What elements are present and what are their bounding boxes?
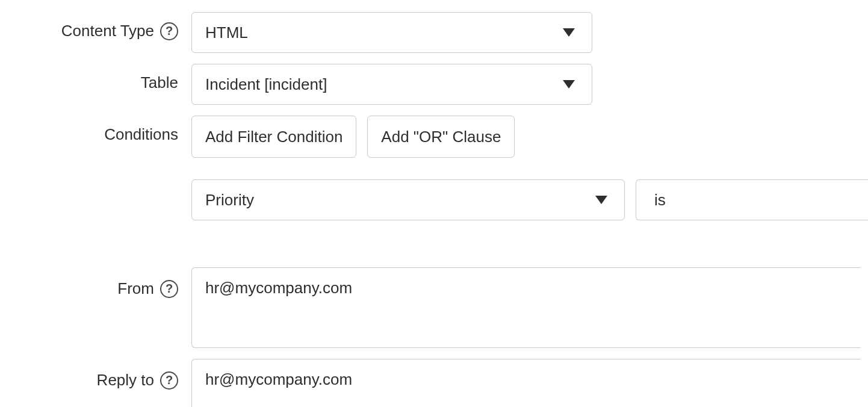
help-icon[interactable]: ?	[160, 22, 178, 40]
chevron-down-icon	[563, 28, 575, 37]
conditions-control: Add Filter Condition Add "OR" Clause Pri…	[191, 116, 868, 220]
condition-line: Priority is	[191, 179, 868, 220]
content-type-select[interactable]: HTML	[191, 12, 592, 53]
help-icon[interactable]: ?	[160, 371, 178, 390]
condition-field-select[interactable]: Priority	[191, 179, 625, 220]
from-label-col: From ?	[0, 267, 191, 298]
add-or-clause-button[interactable]: Add "OR" Clause	[367, 116, 515, 158]
content-type-control: HTML	[191, 12, 868, 53]
reply-to-label: Reply to	[97, 371, 154, 390]
chevron-down-icon	[563, 80, 575, 89]
table-label: Table	[141, 73, 178, 92]
conditions-label: Conditions	[104, 125, 178, 144]
content-type-label: Content Type	[61, 22, 154, 40]
content-type-value: HTML	[205, 23, 248, 42]
condition-operator-value: is	[654, 191, 666, 210]
content-type-label-col: Content Type ?	[0, 12, 191, 40]
from-input[interactable]	[191, 267, 861, 348]
condition-field-value: Priority	[205, 191, 254, 210]
condition-operator-select[interactable]: is	[636, 179, 868, 220]
table-label-col: Table	[0, 64, 191, 92]
add-filter-condition-button[interactable]: Add Filter Condition	[191, 116, 356, 158]
from-row: From ?	[0, 267, 868, 348]
table-control: Incident [incident]	[191, 64, 868, 105]
reply-to-row: Reply to ?	[0, 359, 868, 407]
conditions-label-col: Conditions	[0, 116, 191, 144]
conditions-row: Conditions Add Filter Condition Add "OR"…	[0, 116, 868, 220]
table-value: Incident [incident]	[205, 75, 327, 94]
chevron-down-icon	[595, 196, 607, 204]
help-icon[interactable]: ?	[160, 280, 178, 298]
content-type-row: Content Type ? HTML	[0, 12, 868, 53]
from-label: From	[117, 279, 154, 298]
reply-to-input[interactable]	[191, 359, 861, 407]
reply-to-label-col: Reply to ?	[0, 359, 191, 390]
section-gap	[0, 231, 868, 267]
table-select[interactable]: Incident [incident]	[191, 64, 592, 105]
table-row: Table Incident [incident]	[0, 64, 868, 105]
